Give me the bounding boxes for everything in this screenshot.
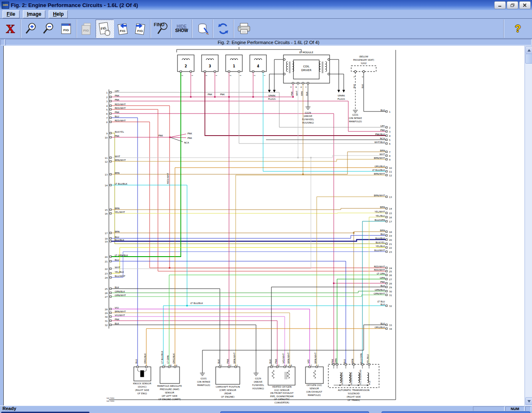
- diagram-label: PNK: [207, 93, 212, 96]
- component-label: KNOCK SENSOR: [133, 382, 151, 385]
- pin-number: 3: [389, 131, 391, 133]
- wire-color-label: PNK: [115, 318, 119, 321]
- connector-pin: [386, 243, 387, 245]
- wire-BRN/WHT: [111, 159, 387, 161]
- connector-pin: [271, 366, 272, 368]
- connector-pin: [386, 294, 387, 296]
- wire-color-label: PNK: [115, 111, 119, 114]
- pin-number: 27: [389, 278, 392, 281]
- connector-pin: [110, 268, 111, 270]
- print-button[interactable]: [235, 20, 253, 37]
- pin-letter: A: [176, 364, 177, 366]
- figure-window-button[interactable]: FIG: [57, 20, 75, 37]
- wire-color-label: RED/WHT: [374, 269, 385, 271]
- connector-pin: [190, 71, 192, 72]
- pin-letter: D: [278, 364, 280, 366]
- resistor-symbol: [287, 370, 290, 378]
- hide-show-button[interactable]: HIDESHOW: [173, 20, 190, 37]
- refresh-button[interactable]: [214, 20, 232, 37]
- connector-pin: [262, 71, 264, 72]
- connector-pin: [137, 366, 138, 368]
- pin-number: 2: [389, 126, 391, 129]
- wire-LT BLU/BLK: [263, 72, 387, 171]
- close-button[interactable]: [519, 1, 531, 9]
- component-label: OF ENGINE COMPT): [158, 398, 181, 401]
- find-button[interactable]: FIND: [152, 20, 170, 37]
- pin-number: 24: [389, 267, 392, 270]
- coil-symbol: [230, 59, 238, 60]
- pin-letter: 2: [205, 75, 207, 76]
- connector-pin: [110, 161, 111, 162]
- wire-color-label: WHT: [379, 153, 385, 156]
- wire-color-label: PNK: [380, 281, 385, 283]
- wiring-diagram-svg: 1GRY2PNK3PNK4RED/WHT5RED/WHT6PNK7BLU8RED…: [0, 46, 525, 406]
- wire-color-label: BRN: [115, 172, 120, 174]
- restore-button[interactable]: [507, 1, 518, 9]
- diagram-label: EI MODULE: [299, 51, 313, 54]
- connector-pin: [363, 71, 365, 73]
- connector-pin: [386, 212, 387, 214]
- connector-pin: [110, 256, 111, 257]
- scroll-down-button[interactable]: [525, 397, 532, 405]
- wire-color-label: BLU/BLK: [115, 239, 124, 241]
- component-label: (RIGHT SIDE: [135, 389, 149, 391]
- clear-highlight-button[interactable]: [194, 20, 211, 37]
- figure-back-button[interactable]: FIG: [114, 20, 131, 37]
- vertical-scrollbar[interactable]: [525, 46, 532, 406]
- zoom-out-button[interactable]: [40, 20, 57, 37]
- wire-color-label: BRN/WHT: [115, 310, 126, 313]
- wire-color-label: BLK: [305, 92, 308, 96]
- pin-letter: A: [300, 86, 302, 88]
- connector-pin: [386, 139, 387, 141]
- figure-disabled-icon: FIG: [80, 22, 94, 35]
- figure-disabled-button[interactable]: FIG: [78, 20, 96, 37]
- pin-number: 22: [389, 247, 392, 249]
- minimize-button[interactable]: [494, 1, 506, 9]
- wire-color-label: BLU: [135, 359, 138, 364]
- menu-image[interactable]: Image: [23, 10, 46, 18]
- wire-BRN: [111, 232, 387, 233]
- wire-GRN/BLK: [111, 291, 387, 293]
- close-figure-button[interactable]: X: [2, 20, 19, 37]
- figure-pan-button[interactable]: FIG: [96, 20, 114, 38]
- connector-pin: [386, 111, 387, 112]
- wire-color-label: BRN: [115, 207, 120, 210]
- pin-number: 11: [105, 157, 108, 159]
- toolbar-separator: [150, 20, 151, 38]
- zoom-in-button[interactable]: [22, 20, 40, 37]
- wire-color-label: PNK: [291, 91, 293, 96]
- wire-BLK: [144, 368, 146, 372]
- scroll-up-button[interactable]: [525, 46, 532, 54]
- pin-number: 9: [106, 132, 108, 135]
- connector-pin: [252, 71, 254, 72]
- toolbar: X FIG FIG FIG FIG FIG FIND HIDESHOW ?: [0, 19, 532, 39]
- toolbar-separator: [20, 20, 21, 38]
- wire-color-label: NCA: [380, 137, 385, 140]
- component-injector-1: [226, 55, 242, 72]
- diagram-label: NCA: [184, 141, 189, 144]
- connector-pin: [145, 366, 147, 368]
- connector-pin: [228, 366, 230, 368]
- wire-color-label: GRY: [380, 125, 385, 127]
- help-button[interactable]: ?: [505, 20, 530, 37]
- connector-pin: [386, 282, 387, 284]
- menu-help[interactable]: Help: [49, 10, 68, 18]
- diagram-label: LT BLU: [377, 300, 385, 303]
- scroll-thumb[interactable]: [525, 54, 532, 64]
- figure-forward-icon: FIG: [133, 22, 147, 35]
- figure-forward-button[interactable]: FIG: [131, 20, 149, 37]
- wire-color-label: WHT: [115, 155, 121, 158]
- pin-number: 5: [106, 109, 108, 111]
- component-cmp-sensor: [216, 367, 240, 384]
- svg-text:FIG: FIG: [63, 28, 69, 32]
- connector-pin: [386, 131, 387, 132]
- transformer-coil: [325, 62, 327, 72]
- wire-BLK: [177, 49, 301, 52]
- pin-letter: B: [296, 86, 297, 88]
- junction-dot: [190, 96, 192, 98]
- menu-file[interactable]: File: [2, 10, 20, 18]
- wire-BLK: [364, 72, 387, 111]
- wire-color-label: PNK: [115, 99, 119, 101]
- connector-pin: [110, 100, 111, 102]
- wire-color-label: BLU: [115, 259, 119, 261]
